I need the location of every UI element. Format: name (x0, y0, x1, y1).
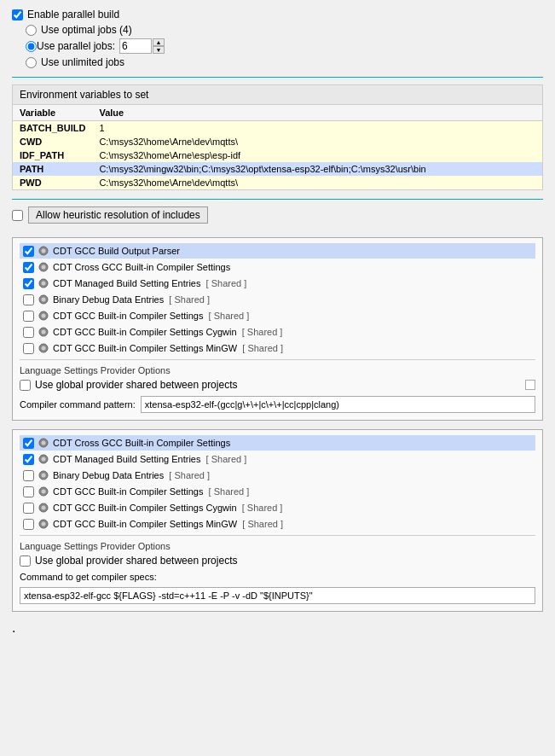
env-val-cell: C:\msys32\mingw32\bin;C:\msys32\opt\xten… (92, 162, 542, 176)
provider-icon (38, 294, 49, 305)
use-unlimited-jobs-radio[interactable] (26, 57, 37, 68)
panel2-providers-list: CDT Cross GCC Built-in Compiler Settings… (20, 435, 535, 532)
shared-tag: [ Shared ] (237, 519, 283, 529)
provider-list-item[interactable]: Binary Debug Data Entries [ Shared ] (20, 292, 535, 307)
provider-list-item[interactable]: CDT Managed Build Setting Entries [ Shar… (20, 276, 535, 291)
provider-list-item[interactable]: CDT GCC Built-in Compiler Settings MinGW… (20, 516, 535, 532)
provider-list-item[interactable]: CDT Cross GCC Built-in Compiler Settings (20, 435, 535, 451)
env-table: Variable Value BATCH_BUILD 1 CWD C:\msys… (13, 105, 542, 189)
provider-icon (38, 469, 49, 481)
panel-1: CDT GCC Build Output Parser CDT Cross GC… (12, 237, 543, 421)
shared-tag: [ Shared ] (203, 311, 249, 321)
provider-list-item[interactable]: CDT GCC Built-in Compiler Settings MinGW… (20, 340, 535, 356)
enable-parallel-build-checkbox[interactable] (12, 9, 23, 20)
panel1-global-provider-label: Use global provider shared between proje… (35, 379, 237, 391)
provider-label: CDT Managed Build Setting Entries (53, 278, 200, 288)
svg-point-17 (42, 457, 46, 462)
svg-point-3 (42, 265, 46, 270)
panel2-command-row: Command to get compiler specs: (20, 572, 535, 582)
parallel-jobs-input[interactable] (119, 38, 152, 54)
provider-checkbox[interactable] (23, 486, 34, 497)
provider-checkbox[interactable] (23, 438, 34, 449)
shared-tag: [ Shared ] (200, 278, 246, 288)
panel2-global-provider-row: Use global provider shared between proje… (20, 555, 535, 567)
provider-checkbox[interactable] (23, 294, 34, 305)
env-var-cell: CWD (13, 135, 92, 148)
provider-checkbox[interactable] (23, 503, 34, 514)
divider-1 (12, 77, 543, 78)
use-optimal-jobs-label: Use optimal jobs (4) (41, 24, 132, 36)
panel2-lang-options-title: Language Settings Provider Options (20, 541, 535, 551)
shared-tag: [ Shared ] (203, 486, 249, 497)
provider-list-item[interactable]: Binary Debug Data Entries [ Shared ] (20, 468, 535, 483)
provider-checkbox[interactable] (23, 311, 34, 322)
provider-icon (38, 261, 49, 273)
provider-checkbox[interactable] (23, 278, 34, 289)
heuristic-button[interactable]: Allow heuristic resolution of includes (28, 206, 208, 224)
provider-label: CDT GCC Built-in Compiler Settings (53, 311, 203, 321)
env-col-value: Value (92, 105, 542, 121)
shared-tag: [ Shared ] (164, 294, 210, 305)
panel1-compiler-pattern-input[interactable] (141, 396, 535, 413)
provider-icon (38, 518, 49, 530)
provider-checkbox[interactable] (23, 470, 34, 481)
svg-point-19 (42, 474, 46, 478)
provider-checkbox[interactable] (23, 519, 34, 530)
provider-icon (38, 453, 49, 465)
spinner-down-btn[interactable]: ▼ (153, 46, 165, 54)
heuristic-checkbox[interactable] (12, 210, 23, 221)
env-val-cell: 1 (92, 121, 542, 136)
panel1-global-provider-checkbox[interactable] (20, 380, 31, 391)
provider-list-item[interactable]: CDT Managed Build Setting Entries [ Shar… (20, 451, 535, 467)
parallel-jobs-spinner[interactable]: ▲ ▼ (153, 38, 165, 54)
provider-checkbox[interactable] (23, 343, 34, 354)
provider-label: CDT Managed Build Setting Entries (53, 454, 200, 464)
shared-tag: [ Shared ] (237, 327, 283, 337)
use-unlimited-jobs-label: Use unlimited jobs (41, 56, 124, 68)
panel1-compiler-pattern-label: Compiler command pattern: (20, 399, 136, 410)
provider-icon (38, 310, 49, 322)
env-val-cell: C:\msys32\home\Arne\dev\mqtts\ (92, 135, 542, 148)
provider-list-item[interactable]: CDT GCC Built-in Compiler Settings Cygwi… (20, 324, 535, 340)
svg-point-9 (42, 314, 46, 318)
env-table-row: BATCH_BUILD 1 (13, 121, 542, 136)
env-var-cell: PATH (13, 162, 92, 176)
provider-icon (38, 437, 49, 449)
provider-checkbox[interactable] (23, 262, 34, 273)
provider-checkbox[interactable] (23, 246, 34, 257)
env-col-variable: Variable (13, 105, 92, 121)
provider-label: Binary Debug Data Entries (53, 294, 164, 305)
env-val-cell: C:\msys32\home\Arne\esp\esp-idf (92, 148, 542, 162)
env-var-cell: IDF_PATH (13, 148, 92, 162)
env-var-cell: PWD (13, 176, 92, 189)
shared-tag: [ Shared ] (237, 343, 283, 353)
panel2-command-input-row (20, 587, 535, 604)
env-val-cell: C:\msys32\home\Arne\dev\mqtts\ (92, 176, 542, 189)
provider-list-item[interactable]: CDT Cross GCC Built-in Compiler Settings (20, 259, 535, 275)
shared-tag: [ Shared ] (237, 503, 283, 513)
provider-list-item[interactable]: CDT GCC Built-in Compiler Settings Cygwi… (20, 500, 535, 515)
env-var-cell: BATCH_BUILD (13, 121, 92, 136)
provider-label: CDT GCC Build Output Parser (53, 246, 180, 256)
svg-point-1 (42, 249, 46, 253)
provider-list-item[interactable]: CDT GCC Built-in Compiler Settings [ Sha… (20, 308, 535, 323)
panel-1-inner: CDT GCC Build Output Parser CDT Cross GC… (13, 238, 542, 420)
provider-list-item[interactable]: CDT GCC Built-in Compiler Settings [ Sha… (20, 484, 535, 499)
use-optimal-jobs-radio[interactable] (26, 25, 37, 36)
spacer-1 (12, 230, 543, 237)
panel2-command-input[interactable] (20, 587, 535, 604)
provider-list-item[interactable]: CDT GCC Build Output Parser (20, 243, 535, 259)
use-parallel-jobs-radio[interactable] (26, 41, 37, 52)
svg-point-11 (42, 330, 46, 334)
svg-point-25 (42, 522, 46, 526)
provider-icon (38, 326, 49, 338)
svg-point-13 (42, 346, 46, 351)
env-section-header: Environment variables to set (13, 85, 542, 105)
provider-checkbox[interactable] (23, 327, 34, 338)
use-parallel-jobs-label: Use parallel jobs: (37, 40, 115, 52)
panel-2-inner: CDT Cross GCC Built-in Compiler Settings… (13, 430, 542, 611)
panel2-global-provider-checkbox[interactable] (20, 555, 31, 567)
provider-checkbox[interactable] (23, 454, 34, 465)
provider-label: CDT GCC Built-in Compiler Settings MinGW (53, 343, 237, 353)
spinner-up-btn[interactable]: ▲ (153, 38, 165, 46)
